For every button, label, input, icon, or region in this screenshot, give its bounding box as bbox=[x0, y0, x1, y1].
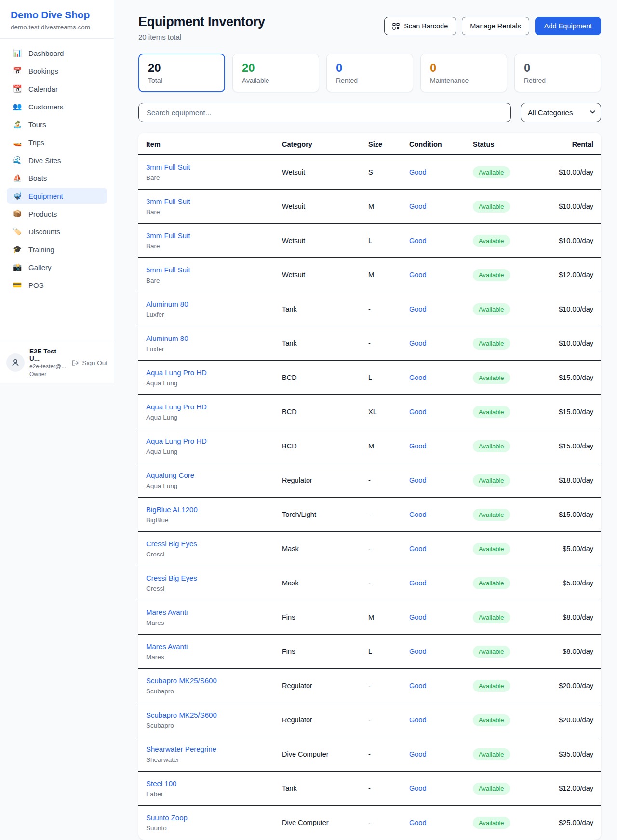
sidebar-item-products[interactable]: 📦 Products bbox=[7, 205, 107, 222]
sidebar-item-calendar[interactable]: 📆 Calendar bbox=[7, 81, 107, 97]
table-row: Suunto Zoop Suunto Dive Computer - Good … bbox=[138, 806, 601, 840]
condition-cell: Good bbox=[402, 155, 465, 190]
status-badge: Available bbox=[473, 543, 510, 555]
status-badge: Available bbox=[473, 166, 510, 178]
table-header-row: Item Category Size Condition Status Rent… bbox=[138, 133, 601, 155]
sidebar-item-bookings[interactable]: 📅 Bookings bbox=[7, 63, 107, 79]
status-badge: Available bbox=[473, 817, 510, 829]
condition-cell: Good bbox=[402, 190, 465, 224]
status-cell: Available bbox=[465, 463, 528, 498]
size-cell: L bbox=[361, 224, 402, 258]
sidebar-item-label: Trips bbox=[28, 138, 44, 147]
sign-out-button[interactable]: Sign Out bbox=[72, 359, 107, 366]
scan-barcode-label: Scan Barcode bbox=[404, 22, 448, 30]
sidebar-item-dive-sites[interactable]: 🌊 Dive Sites bbox=[7, 152, 107, 168]
item-link[interactable]: 3mm Full Suit bbox=[146, 197, 267, 206]
rental-cell: $5.00/day bbox=[528, 532, 601, 566]
item-link[interactable]: Scubapro MK25/S600 bbox=[146, 710, 267, 719]
item-link[interactable]: Aqualung Core bbox=[146, 471, 267, 480]
item-cell: Suunto Zoop Suunto bbox=[138, 806, 274, 840]
status-badge: Available bbox=[473, 509, 510, 521]
size-cell: M bbox=[361, 258, 402, 292]
rental-cell: $12.00/day bbox=[528, 772, 601, 806]
item-link[interactable]: Mares Avanti bbox=[146, 608, 267, 617]
status-cell: Available bbox=[465, 806, 528, 840]
item-link[interactable]: Suunto Zoop bbox=[146, 813, 267, 822]
size-cell: M bbox=[361, 190, 402, 224]
item-cell: Aqua Lung Pro HD Aqua Lung bbox=[138, 395, 274, 429]
item-link[interactable]: Aluminum 80 bbox=[146, 299, 267, 309]
stat-card-available[interactable]: 20 Available bbox=[232, 54, 319, 92]
condition-cell: Good bbox=[402, 292, 465, 326]
manage-rentals-button[interactable]: Manage Rentals bbox=[462, 17, 529, 35]
sign-out-label: Sign Out bbox=[82, 359, 107, 366]
size-cell: M bbox=[361, 429, 402, 463]
item-link[interactable]: Aqua Lung Pro HD bbox=[146, 368, 267, 377]
sidebar-item-gallery[interactable]: 📸 Gallery bbox=[7, 259, 107, 275]
item-link[interactable]: Steel 100 bbox=[146, 779, 267, 788]
item-link[interactable]: Shearwater Peregrine bbox=[146, 745, 267, 754]
user-name: E2E Test U... bbox=[29, 348, 67, 362]
dashboard-icon: 📊 bbox=[13, 49, 22, 57]
category-cell: Fins bbox=[274, 635, 361, 669]
condition-cell: Good bbox=[402, 361, 465, 395]
sidebar-item-trips[interactable]: 🚤 Trips bbox=[7, 134, 107, 150]
stat-card-total[interactable]: 20 Total bbox=[138, 54, 225, 92]
category-cell: BCD bbox=[274, 361, 361, 395]
item-link[interactable]: Aqua Lung Pro HD bbox=[146, 436, 267, 446]
category-cell: Regulator bbox=[274, 669, 361, 703]
rental-cell: $35.00/day bbox=[528, 737, 601, 772]
sidebar-item-label: Equipment bbox=[28, 192, 63, 200]
search-input[interactable] bbox=[138, 103, 511, 122]
dive-sites-icon: 🌊 bbox=[13, 156, 22, 164]
status-cell: Available bbox=[465, 292, 528, 326]
stat-card-rented[interactable]: 0 Rented bbox=[326, 54, 413, 92]
item-link[interactable]: 3mm Full Suit bbox=[146, 163, 267, 172]
item-link[interactable]: BigBlue AL1200 bbox=[146, 505, 267, 514]
sign-out-icon bbox=[72, 359, 79, 366]
status-cell: Available bbox=[465, 566, 528, 600]
sidebar-item-tours[interactable]: 🏝️ Tours bbox=[7, 116, 107, 133]
condition-cell: Good bbox=[402, 326, 465, 361]
category-cell: Wetsuit bbox=[274, 258, 361, 292]
status-badge: Available bbox=[473, 235, 510, 247]
sidebar-item-customers[interactable]: 👥 Customers bbox=[7, 98, 107, 115]
category-cell: Dive Computer bbox=[274, 737, 361, 772]
table-row: Mares Avanti Mares Fins M Good Available… bbox=[138, 600, 601, 635]
sidebar-item-discounts[interactable]: 🏷️ Discounts bbox=[7, 223, 107, 240]
scan-barcode-button[interactable]: Scan Barcode bbox=[384, 17, 456, 35]
sidebar-item-label: Dashboard bbox=[28, 49, 64, 57]
table-row: Aluminum 80 Luxfer Tank - Good Available… bbox=[138, 292, 601, 326]
stat-card-retired[interactable]: 0 Retired bbox=[514, 54, 601, 92]
item-link[interactable]: 3mm Full Suit bbox=[146, 231, 267, 240]
item-link[interactable]: Mares Avanti bbox=[146, 642, 267, 651]
category-select[interactable]: All Categories bbox=[521, 103, 601, 122]
item-link[interactable]: Scubapro MK25/S600 bbox=[146, 676, 267, 685]
page-header: Equipment Inventory 20 items total bbox=[138, 14, 601, 41]
rental-cell: $12.00/day bbox=[528, 258, 601, 292]
sidebar-item-training[interactable]: 🎓 Training bbox=[7, 241, 107, 257]
category-cell: BCD bbox=[274, 429, 361, 463]
category-cell: Torch/Light bbox=[274, 498, 361, 532]
item-brand: Scubapro bbox=[146, 721, 267, 730]
stat-label: Maintenance bbox=[430, 77, 497, 84]
item-brand: Aqua Lung bbox=[146, 413, 267, 421]
rental-cell: $15.00/day bbox=[528, 429, 601, 463]
item-link[interactable]: Aluminum 80 bbox=[146, 334, 267, 343]
rental-cell: $10.00/day bbox=[528, 155, 601, 190]
logo-block: Demo Dive Shop demo.test.divestreams.com bbox=[0, 0, 114, 39]
item-link[interactable]: Aqua Lung Pro HD bbox=[146, 402, 267, 411]
condition-cell: Good bbox=[402, 258, 465, 292]
shop-name: Demo Dive Shop bbox=[11, 9, 103, 21]
add-equipment-button[interactable]: Add Equipment bbox=[535, 17, 601, 35]
item-link[interactable]: 5mm Full Suit bbox=[146, 265, 267, 274]
sidebar-item-pos[interactable]: 💳 POS bbox=[7, 277, 107, 293]
sidebar-item-label: Boats bbox=[28, 174, 47, 182]
item-link[interactable]: Cressi Big Eyes bbox=[146, 573, 267, 583]
sidebar-item-dashboard[interactable]: 📊 Dashboard bbox=[7, 45, 107, 61]
table-row: Cressi Big Eyes Cressi Mask - Good Avail… bbox=[138, 566, 601, 600]
item-link[interactable]: Cressi Big Eyes bbox=[146, 539, 267, 548]
sidebar-item-boats[interactable]: ⛵ Boats bbox=[7, 170, 107, 186]
stat-card-maintenance[interactable]: 0 Maintenance bbox=[420, 54, 507, 92]
sidebar-item-equipment[interactable]: 🤿 Equipment bbox=[7, 188, 107, 204]
